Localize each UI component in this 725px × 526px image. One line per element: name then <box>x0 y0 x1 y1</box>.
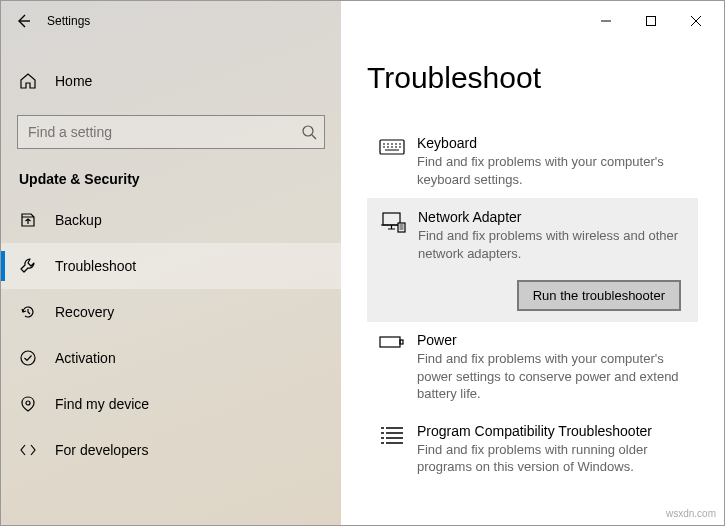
minimize-button[interactable] <box>583 6 628 36</box>
troubleshooter-desc: Find and fix problems with your computer… <box>417 153 686 188</box>
sidebar-item-label: Recovery <box>39 304 114 320</box>
troubleshooter-title: Power <box>417 332 686 348</box>
sidebar-item-label: For developers <box>39 442 148 458</box>
search-box[interactable] <box>17 115 325 149</box>
title-bar-right <box>341 1 724 41</box>
nav-home[interactable]: Home <box>1 61 341 101</box>
home-icon <box>19 72 39 90</box>
watermark: wsxdn.com <box>666 508 716 519</box>
svg-point-1 <box>21 351 35 365</box>
power-icon <box>379 332 411 403</box>
svg-rect-6 <box>398 223 405 232</box>
run-troubleshooter-button[interactable]: Run the troubleshooter <box>517 280 681 311</box>
svg-point-2 <box>26 401 30 405</box>
minimize-icon <box>601 16 611 26</box>
sidebar-item-label: Find my device <box>39 396 149 412</box>
troubleshooter-keyboard[interactable]: Keyboard Find and fix problems with your… <box>367 125 698 198</box>
backup-icon <box>19 211 39 229</box>
sidebar-item-label: Backup <box>39 212 102 228</box>
svg-point-0 <box>303 126 313 136</box>
sidebar-item-for-developers[interactable]: For developers <box>1 427 341 473</box>
program-compatibility-icon <box>379 423 411 476</box>
activation-icon <box>19 349 39 367</box>
sidebar-item-label: Troubleshoot <box>39 258 136 274</box>
svg-rect-3 <box>646 17 655 26</box>
sidebar-item-find-my-device[interactable]: Find my device <box>1 381 341 427</box>
maximize-icon <box>646 16 656 26</box>
back-arrow-icon <box>15 13 31 29</box>
keyboard-icon <box>379 135 411 188</box>
sidebar-item-label: Activation <box>39 350 116 366</box>
maximize-button[interactable] <box>628 6 673 36</box>
search-icon <box>294 124 324 140</box>
svg-rect-7 <box>380 337 400 347</box>
sidebar-item-troubleshoot[interactable]: Troubleshoot <box>1 243 341 289</box>
nav-home-label: Home <box>39 73 92 89</box>
troubleshooter-title: Network Adapter <box>418 209 685 225</box>
main-panel: Troubleshoot Keyboard Find and fix probl… <box>341 1 724 525</box>
window-title: Settings <box>39 14 90 28</box>
troubleshooter-desc: Find and fix problems with running older… <box>417 441 686 476</box>
search-input[interactable] <box>18 124 294 140</box>
sidebar-item-activation[interactable]: Activation <box>1 335 341 381</box>
troubleshooter-title: Program Compatibility Troubleshooter <box>417 423 686 439</box>
title-bar-left: Settings <box>1 1 341 41</box>
troubleshooter-desc: Find and fix problems with your computer… <box>417 350 686 403</box>
svg-rect-8 <box>400 340 403 344</box>
sidebar-item-recovery[interactable]: Recovery <box>1 289 341 335</box>
find-my-device-icon <box>19 395 39 413</box>
network-adapter-icon <box>380 209 412 262</box>
sidebar-item-backup[interactable]: Backup <box>1 197 341 243</box>
troubleshooter-power[interactable]: Power Find and fix problems with your co… <box>367 322 698 413</box>
page-title: Troubleshoot <box>367 61 698 95</box>
troubleshooter-network-adapter[interactable]: Network Adapter Find and fix problems wi… <box>367 198 698 322</box>
sidebar: Settings Home Update & Security Backup T… <box>1 1 341 525</box>
close-icon <box>691 16 701 26</box>
window-controls <box>583 6 718 36</box>
close-button[interactable] <box>673 6 718 36</box>
back-button[interactable] <box>7 5 39 37</box>
for-developers-icon <box>19 441 39 459</box>
troubleshooter-desc: Find and fix problems with wireless and … <box>418 227 685 262</box>
main-content: Troubleshoot Keyboard Find and fix probl… <box>341 41 724 526</box>
troubleshoot-icon <box>19 257 39 275</box>
troubleshooter-program-compatibility[interactable]: Program Compatibility Troubleshooter Fin… <box>367 413 698 486</box>
troubleshooter-title: Keyboard <box>417 135 686 151</box>
recovery-icon <box>19 303 39 321</box>
section-header: Update & Security <box>1 149 341 197</box>
